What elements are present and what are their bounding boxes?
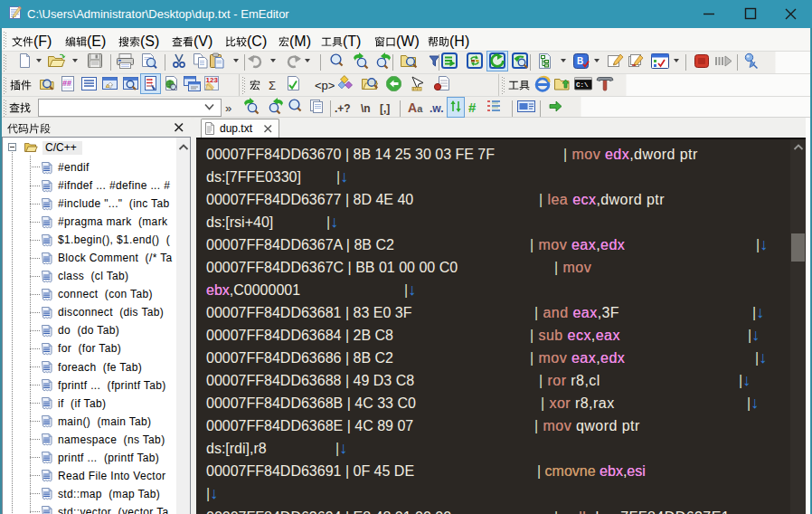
- svg-text:##: ##: [62, 79, 71, 88]
- svg-text:123: 123: [206, 76, 219, 84]
- svg-text:C:\: C:\: [576, 81, 589, 89]
- svg-text:B: B: [577, 56, 583, 66]
